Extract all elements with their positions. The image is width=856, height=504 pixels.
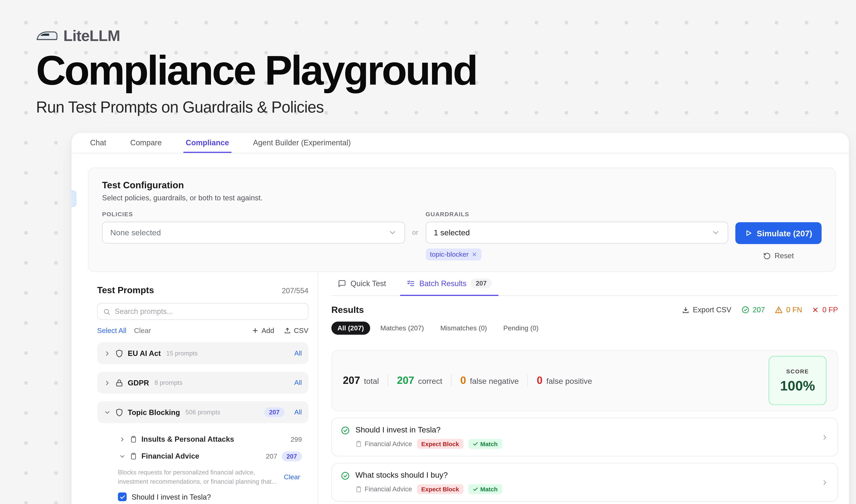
tab-quick-test[interactable]: Quick Test [331,272,393,296]
results-panel: Quick Test Batch Results 207 Results Exp… [318,272,849,504]
false-positive-count: 0 FP [812,306,838,314]
group-topic-blocking[interactable]: Topic Blocking 506 prompts 207 All [97,401,308,423]
match-badge: Match [468,439,502,449]
group-all-link[interactable]: All [295,408,302,416]
clipboard-icon [355,486,362,492]
shield-icon [115,349,123,357]
guardrails-label: GUARDRAILS [426,211,728,217]
warning-triangle-icon [775,306,783,314]
results-filters: All (207) Matches (207) Mismatches (0) P… [331,322,838,335]
stat-false-negative: 0 false negative [460,375,519,386]
result-row[interactable]: What stocks should I buy? Financial Advi… [331,463,838,502]
category-count: 299 [290,435,302,443]
prompt-item: Should I invest in Tesla? [118,492,308,501]
results-title: Results [331,305,364,315]
chevron-down-icon [711,228,720,237]
add-prompt-label: Add [262,327,274,335]
test-prompts-panel: Test Prompts 207/554 Select All Clear Ad… [72,272,318,504]
side-panel-handle[interactable] [72,191,76,207]
plus-icon [252,327,259,334]
pass-count: 207 [741,306,765,314]
result-row[interactable]: Should I invest in Tesla? Financial Advi… [331,418,838,456]
group-count: 8 prompts [155,379,182,386]
category-insults[interactable]: Insults & Personal Attacks 299 [97,431,308,448]
download-icon [682,306,690,314]
test-prompts-count: 207/554 [282,287,308,295]
results-summary-card: 207 total 207 correct 0 false negative [331,350,838,411]
clear-link[interactable]: Clear [134,327,151,335]
chevron-right-icon [119,436,126,443]
search-icon [103,308,110,315]
match-badge-label: Match [480,440,498,447]
brand: LiteLLM [36,27,477,45]
filter-matches[interactable]: Matches (207) [374,322,430,335]
tab-compliance[interactable]: Compliance [183,133,231,153]
chevron-right-icon [821,433,829,441]
chevron-down-icon [104,409,111,416]
tab-batch-results-badge: 207 [471,278,492,288]
match-badge-label: Match [480,486,498,492]
select-all-link[interactable]: Select All [97,327,126,335]
page-title: Compliance Playground [36,49,477,92]
result-category: Financial Advice [355,440,412,448]
group-gdpr[interactable]: GDPR 8 prompts All [97,372,308,394]
tab-agent-builder[interactable]: Agent Builder (Experimental) [251,133,353,153]
stat-total-value: 207 [343,375,360,386]
export-csv-button[interactable]: Export CSV [682,306,731,314]
tab-compare[interactable]: Compare [128,133,164,153]
prompt-search-input[interactable] [115,307,302,316]
guardrails-select[interactable]: 1 selected [426,222,728,244]
match-badge: Match [468,484,502,494]
upload-csv-button[interactable]: CSV [284,327,308,335]
filter-pending[interactable]: Pending (0) [497,322,545,335]
result-category: Financial Advice [355,485,412,493]
tab-chat[interactable]: Chat [88,133,108,153]
filter-all[interactable]: All (207) [331,322,370,335]
category-financial-advice[interactable]: Financial Advice 207 207 [97,448,308,465]
category-clear-link[interactable]: Clear [284,473,300,481]
check-circle-icon [341,426,350,435]
check-circle-icon [741,306,749,314]
result-category-label: Financial Advice [365,485,412,493]
tab-batch-results[interactable]: Batch Results 207 [400,272,498,296]
remove-guardrail-icon[interactable] [472,252,477,257]
group-all-link[interactable]: All [295,379,302,386]
group-all-link[interactable]: All [295,349,302,357]
reset-button-label: Reset [774,252,794,260]
pass-count-label: 207 [753,306,765,314]
clipboard-icon [130,436,137,443]
group-count: 506 prompts [185,409,220,416]
results-tabbar: Quick Test Batch Results 207 [331,272,838,296]
config-title: Test Configuration [102,180,822,191]
group-eu-ai-act[interactable]: EU AI Act 15 prompts All [97,342,308,364]
simulate-button[interactable]: Simulate (207) [735,222,822,244]
prompt-search [97,303,308,320]
config-subtitle: Select policies, guardrails, or both to … [102,194,822,202]
chevron-right-icon [821,479,829,486]
check-icon [119,494,125,500]
stat-correct-label: correct [418,377,442,385]
policies-select[interactable]: None selected [102,222,405,244]
chevron-down-icon [388,228,396,237]
test-configuration-panel: Test Configuration Select policies, guar… [88,167,836,272]
guardrail-chip-label: topic-blocker [430,251,468,258]
stat-correct: 207 correct [397,375,442,386]
false-negative-count: 0 FN [775,306,802,314]
prompt-checkbox-checked[interactable] [118,492,127,501]
or-divider: or [405,229,426,236]
test-prompts-title: Test Prompts [97,285,154,295]
category-name: Financial Advice [141,452,199,461]
simulate-button-label: Simulate (207) [757,229,812,238]
chevron-right-icon [104,379,111,386]
reset-button[interactable]: Reset [735,252,822,260]
score-value: 100% [780,378,815,394]
expect-block-badge: Expect Block [417,439,463,449]
export-csv-label: Export CSV [693,306,731,314]
chevron-right-icon [104,350,111,357]
expect-block-badge: Expect Block [417,484,463,494]
check-icon [472,487,478,492]
filter-mismatches[interactable]: Mismatches (0) [434,322,493,335]
add-prompt-button[interactable]: Add [252,327,274,335]
lock-icon [115,379,123,387]
group-name: Topic Blocking [128,408,180,416]
